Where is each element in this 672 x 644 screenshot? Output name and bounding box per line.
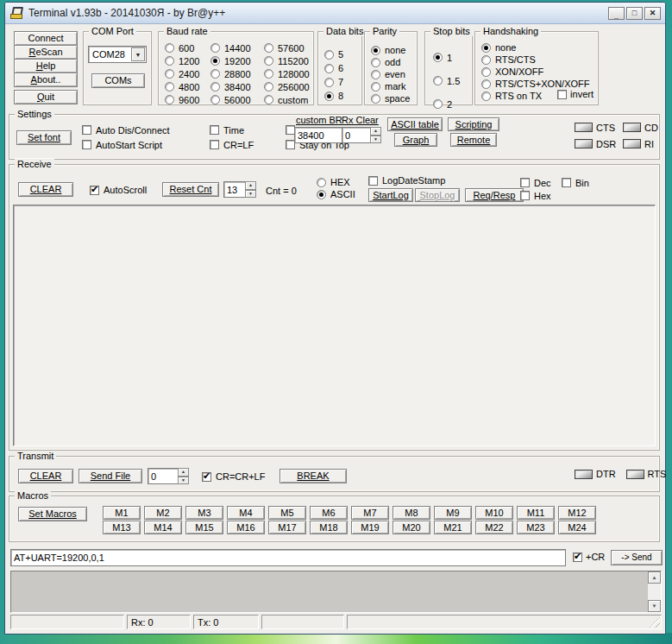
macro-button[interactable]: M7 xyxy=(351,506,389,520)
baud-radio-option[interactable]: 9600 xyxy=(165,95,210,105)
rx-clear-stepper[interactable]: 0 ▲ ▼ xyxy=(342,127,381,143)
view-format-checkbox[interactable]: Hex xyxy=(520,191,562,201)
scroll-up-icon[interactable]: ▲ xyxy=(648,571,661,584)
settings-checkbox[interactable]: Time xyxy=(210,125,286,136)
macro-button[interactable]: M9 xyxy=(434,506,472,520)
data-bits-radio-option[interactable]: 8 xyxy=(324,91,343,101)
handshaking-radio-option[interactable]: XON/XOFF xyxy=(481,66,590,77)
coms-button[interactable]: COMs xyxy=(91,73,145,88)
baud-radio-option[interactable]: 600 xyxy=(165,43,210,54)
macro-button[interactable]: M4 xyxy=(227,506,265,520)
receive-clear-button[interactable]: CLEAR xyxy=(18,182,73,197)
stop-bits-radio-option[interactable]: 2 xyxy=(433,99,460,110)
parity-radio-option[interactable]: none xyxy=(371,45,410,55)
about-button[interactable]: About.. xyxy=(14,73,78,87)
startlog-button[interactable]: StartLog xyxy=(368,188,413,202)
baud-radio-option[interactable]: 57600 xyxy=(264,43,312,54)
view-format-checkbox[interactable]: Bin xyxy=(562,178,603,188)
baud-radio-option[interactable]: 115200 xyxy=(264,56,312,66)
macro-button[interactable]: M12 xyxy=(558,506,596,520)
ascii-table-button[interactable]: ASCII table xyxy=(387,117,443,131)
arrow-down-icon[interactable]: ▼ xyxy=(178,477,189,485)
remote-button[interactable]: Remote xyxy=(450,133,497,147)
macro-button[interactable]: M10 xyxy=(475,506,513,520)
macro-button[interactable]: M21 xyxy=(434,521,472,534)
macro-button[interactable]: M6 xyxy=(310,506,348,520)
break-button[interactable]: BREAK xyxy=(279,469,347,483)
baud-radio-option[interactable]: 128000 xyxy=(264,69,312,79)
receive-mode-radio[interactable]: HEX xyxy=(317,177,355,187)
macro-button[interactable]: M18 xyxy=(310,521,348,534)
arrow-up-icon[interactable]: ▲ xyxy=(370,127,381,136)
macro-button[interactable]: M13 xyxy=(103,521,141,534)
baud-radio-option[interactable]: 28800 xyxy=(210,69,264,79)
macro-button[interactable]: M20 xyxy=(393,521,430,534)
baud-radio-option[interactable]: 19200 xyxy=(210,56,264,66)
handshaking-radio-option[interactable]: RTS/CTS xyxy=(481,54,590,65)
append-cr-checkbox[interactable]: +CR xyxy=(573,552,605,562)
minimize-button[interactable]: _ xyxy=(608,7,625,20)
transmit-counter-stepper[interactable]: 0 ▲ ▼ xyxy=(148,468,189,484)
set-macros-button[interactable]: Set Macros xyxy=(18,507,87,521)
autoscroll-checkbox[interactable]: AutoScroll xyxy=(90,185,147,195)
arrow-up-icon[interactable]: ▲ xyxy=(178,468,189,477)
settings-checkbox[interactable]: CR=LF xyxy=(210,140,286,150)
baud-radio-option[interactable]: 256000 xyxy=(264,82,312,92)
macro-button[interactable]: M3 xyxy=(185,506,223,520)
macro-button[interactable]: M8 xyxy=(393,506,430,520)
parity-radio-option[interactable]: odd xyxy=(371,57,410,67)
send-file-button[interactable]: Send File xyxy=(79,469,142,483)
graph-button[interactable]: Graph xyxy=(394,133,437,147)
baud-radio-option[interactable]: 4800 xyxy=(165,82,210,92)
custom-br-input[interactable]: 38400 xyxy=(294,127,344,143)
resize-grip[interactable] xyxy=(650,617,660,628)
macro-button[interactable]: M15 xyxy=(185,521,223,534)
arrow-down-icon[interactable]: ▼ xyxy=(370,136,381,144)
baud-radio-option[interactable]: 38400 xyxy=(210,82,264,92)
cr-crlf-checkbox[interactable]: CR=CR+LF xyxy=(202,471,265,482)
parity-radio-option[interactable]: space xyxy=(371,93,410,104)
macro-button[interactable]: M11 xyxy=(517,506,555,520)
baud-radio-option[interactable]: 2400 xyxy=(165,69,210,79)
reset-cnt-button[interactable]: Reset Cnt xyxy=(162,182,219,197)
invert-checkbox[interactable]: invert xyxy=(557,89,593,99)
scripting-button[interactable]: Scripting xyxy=(448,117,499,131)
connect-button[interactable]: Connect xyxy=(14,31,78,46)
macro-button[interactable]: M1 xyxy=(103,506,141,520)
macro-button[interactable]: M14 xyxy=(144,521,182,534)
handshaking-radio-option[interactable]: none xyxy=(481,42,590,53)
handshaking-radio-option[interactable]: RTS/CTS+XON/XOFF xyxy=(481,79,590,89)
titlebar[interactable]: Terminal v1.93b - 20141030Я - by Br@y++ … xyxy=(5,3,665,24)
vertical-scrollbar[interactable]: ▲ ▼ xyxy=(648,571,661,612)
scroll-down-icon[interactable]: ▼ xyxy=(648,600,661,612)
command-input[interactable] xyxy=(10,549,566,566)
com-port-select[interactable]: COM28 ▼ xyxy=(88,46,147,63)
maximize-button[interactable]: □ xyxy=(626,7,643,20)
macro-button[interactable]: M24 xyxy=(558,521,596,534)
macro-button[interactable]: M17 xyxy=(268,521,306,534)
stop-bits-radio-option[interactable]: 1.5 xyxy=(433,76,460,86)
transmit-clear-button[interactable]: CLEAR xyxy=(18,469,73,483)
settings-checkbox[interactable]: AutoStart Script xyxy=(82,140,210,150)
close-button[interactable]: ✕ xyxy=(644,7,661,20)
settings-checkbox[interactable]: Auto Dis/Connect xyxy=(82,125,210,136)
help-button[interactable]: Help xyxy=(14,59,78,73)
parity-radio-option[interactable]: even xyxy=(371,69,410,79)
req-resp-button[interactable]: Req/Resp xyxy=(465,188,524,202)
arrow-up-icon[interactable]: ▲ xyxy=(245,181,256,190)
set-font-button[interactable]: Set font xyxy=(16,130,72,145)
macro-button[interactable]: M22 xyxy=(475,521,513,534)
baud-radio-option[interactable]: 14400 xyxy=(210,43,264,54)
macro-button[interactable]: M16 xyxy=(227,521,265,534)
macro-button[interactable]: M2 xyxy=(144,506,182,520)
data-bits-radio-option[interactable]: 7 xyxy=(324,77,343,87)
logdatestamp-checkbox[interactable]: LogDateStamp xyxy=(368,175,445,186)
receive-counter-stepper[interactable]: 13 ▲ ▼ xyxy=(223,181,256,198)
quit-button[interactable]: Quit xyxy=(14,90,78,104)
macro-button[interactable]: M5 xyxy=(268,506,306,520)
baud-radio-option[interactable]: custom xyxy=(264,95,312,105)
data-bits-radio-option[interactable]: 6 xyxy=(324,63,343,73)
view-format-checkbox[interactable]: Dec xyxy=(520,178,562,188)
parity-radio-option[interactable]: mark xyxy=(371,81,410,92)
macro-button[interactable]: M23 xyxy=(517,521,555,534)
